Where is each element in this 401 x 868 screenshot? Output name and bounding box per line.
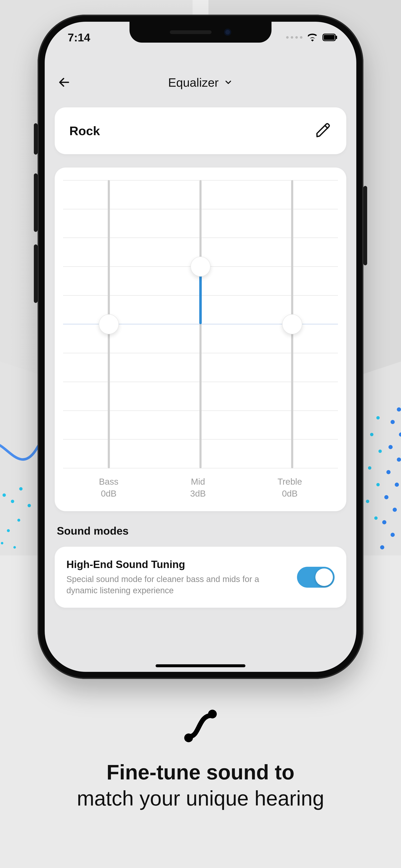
phone-side-button	[34, 123, 38, 155]
eq-slider-treble[interactable]	[291, 180, 293, 468]
app-content: Equalizer Rock	[45, 55, 356, 672]
header-title-dropdown[interactable]: Equalizer	[168, 75, 233, 89]
promo-line-1: Fine-tune sound to	[106, 761, 295, 784]
sound-mode-description: Special sound mode for cleaner bass and …	[66, 574, 284, 596]
phone-frame: 7:14 Equalizer	[38, 14, 363, 679]
sound-path-icon	[181, 706, 220, 747]
wifi-icon	[307, 33, 318, 41]
eq-thumb-mid[interactable]	[190, 256, 211, 277]
header-title: Equalizer	[168, 75, 219, 89]
eq-band-name: Treble	[278, 476, 302, 488]
sound-modes-heading: Sound modes	[57, 525, 344, 537]
home-indicator	[156, 664, 245, 667]
eq-band-name: Mid	[190, 476, 206, 488]
header-bar: Equalizer	[55, 70, 346, 95]
status-bar: 7:14	[45, 28, 356, 47]
eq-thumb-treble[interactable]	[282, 314, 302, 334]
eq-labels: Bass 0dB Mid 3dB Treble 0dB	[63, 476, 338, 499]
pencil-icon	[315, 122, 332, 139]
eq-slider-bass[interactable]	[108, 180, 110, 468]
equalizer-card: Bass 0dB Mid 3dB Treble 0dB	[55, 167, 346, 511]
eq-slider-mid[interactable]	[199, 180, 202, 468]
eq-band-value: 0dB	[278, 488, 302, 500]
promo-line-2: match your unique hearing	[77, 786, 324, 810]
eq-band-name: Bass	[99, 476, 118, 488]
eq-thumb-bass[interactable]	[99, 314, 119, 334]
sound-mode-title: High-End Sound Tuning	[66, 558, 284, 570]
eq-band-value: 0dB	[99, 488, 118, 500]
eq-label-bass: Bass 0dB	[99, 476, 118, 499]
arrow-left-icon	[58, 76, 70, 89]
eq-label-treble: Treble 0dB	[278, 476, 302, 499]
phone-side-button	[34, 244, 38, 303]
phone-side-button	[34, 174, 38, 232]
battery-icon	[322, 34, 338, 41]
promo-caption: Fine-tune sound to match your unique hea…	[0, 706, 401, 811]
back-button[interactable]	[57, 75, 71, 90]
eq-label-mid: Mid 3dB	[190, 476, 206, 499]
equalizer-area	[63, 180, 338, 468]
chevron-down-icon	[224, 78, 233, 87]
eq-band-value: 3dB	[190, 488, 206, 500]
status-time: 7:14	[68, 31, 90, 44]
phone-side-button	[363, 186, 367, 265]
preset-card: Rock	[55, 107, 346, 154]
sound-mode-toggle[interactable]	[297, 567, 335, 588]
signal-dots-icon	[286, 36, 302, 39]
preset-name: Rock	[69, 124, 100, 138]
svg-rect-31	[336, 36, 337, 39]
toggle-knob	[315, 568, 333, 586]
sound-mode-card: High-End Sound Tuning Special sound mode…	[55, 547, 346, 608]
phone-screen: 7:14 Equalizer	[45, 22, 356, 672]
svg-rect-30	[324, 35, 335, 40]
edit-preset-button[interactable]	[315, 122, 332, 140]
